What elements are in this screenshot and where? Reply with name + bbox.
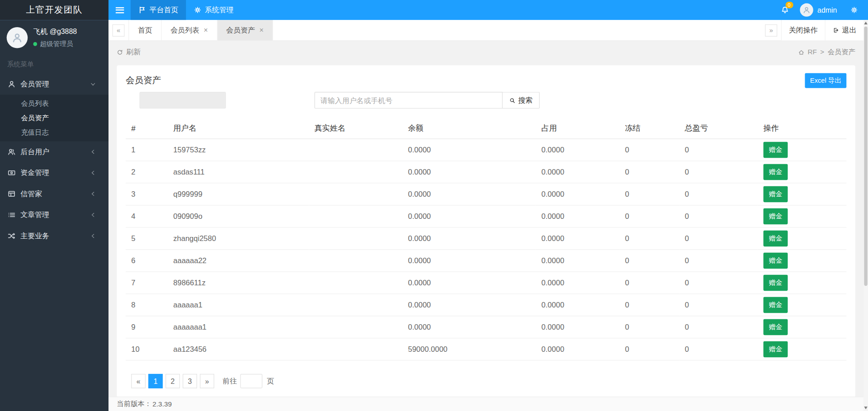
cell-frozen: 0 xyxy=(619,205,679,227)
tab-scroll-left-button[interactable]: « xyxy=(113,24,125,36)
tab-member-assets[interactable]: 会员资产 × xyxy=(217,20,273,40)
cell-index: 5 xyxy=(126,227,168,250)
grant-bonus-button[interactable]: 赠金 xyxy=(764,275,788,291)
breadcrumb-separator: > xyxy=(820,48,824,56)
table-header-row: # 用户名 真实姓名 余额 占用 冻结 总盈亏 操作 xyxy=(126,118,846,139)
grant-bonus-button[interactable]: 赠金 xyxy=(764,341,788,358)
menu-item-label: 主要业务 xyxy=(20,231,49,241)
table-row: 10 aa123456 59000.0000 0.0000 0 0 赠金 xyxy=(126,338,846,360)
submenu-item-member-list[interactable]: 会员列表 xyxy=(0,96,108,111)
grant-bonus-button[interactable]: 赠金 xyxy=(764,253,788,269)
scrollbar-up-arrow[interactable] xyxy=(864,22,867,24)
cell-username: 8986611z xyxy=(168,272,309,294)
grid-icon xyxy=(8,190,15,198)
tab-label: 首页 xyxy=(138,25,152,35)
table-row: 8 aaaaaa1 0.0000 0.0000 0 0 赠金 xyxy=(126,294,846,316)
close-icon[interactable]: × xyxy=(259,26,264,34)
logout-button[interactable]: 退出 xyxy=(825,20,864,40)
chevron-down-icon xyxy=(90,81,96,87)
pagination-goto-input[interactable] xyxy=(240,374,262,388)
main-area: « 首页 会员列表 × 会员资产 × » 关闭操作 退出 xyxy=(108,20,863,411)
cell-username: aaaaaaa1 xyxy=(168,316,309,338)
cell-action: 赠金 xyxy=(758,161,846,183)
cell-frozen: 0 xyxy=(619,183,679,205)
grant-bonus-button[interactable]: 赠金 xyxy=(764,319,788,335)
cell-profit: 0 xyxy=(679,294,758,316)
cell-index: 4 xyxy=(126,205,168,227)
cell-index: 9 xyxy=(126,316,168,338)
cell-balance: 0.0000 xyxy=(402,294,536,316)
scrollbar[interactable] xyxy=(863,20,868,411)
menu-item-xin-guanjia[interactable]: 信管家 xyxy=(0,184,108,205)
nav-item-platform-home[interactable]: 平台首页 xyxy=(131,0,186,20)
chevron-left-icon xyxy=(90,170,96,175)
member-management-submenu: 会员列表 会员资产 充值日志 xyxy=(0,94,108,141)
grant-bonus-button[interactable]: 赠金 xyxy=(764,231,788,247)
sidebar-toggle-button[interactable] xyxy=(108,0,131,20)
cell-action: 赠金 xyxy=(758,227,846,250)
cell-profit: 0 xyxy=(679,183,758,205)
excel-export-button[interactable]: Excel 导出 xyxy=(805,73,846,88)
search-button[interactable]: 搜索 xyxy=(503,92,540,109)
cell-action: 赠金 xyxy=(758,294,846,316)
menu-item-backend-users[interactable]: 后台用户 xyxy=(0,141,108,162)
submenu-item-recharge-log[interactable]: 充值日志 xyxy=(0,125,108,140)
refresh-button[interactable]: 刷新 xyxy=(117,47,141,57)
filter-input[interactable] xyxy=(140,92,226,109)
notifications-bell[interactable]: 0 xyxy=(774,0,796,20)
pagination-page-3[interactable]: 3 xyxy=(183,374,197,388)
grant-bonus-button[interactable]: 赠金 xyxy=(764,186,788,203)
logout-icon xyxy=(833,27,839,33)
close-icon[interactable]: × xyxy=(204,26,208,34)
cell-frozen: 0 xyxy=(619,227,679,250)
cell-username: asdas111 xyxy=(168,161,309,183)
grant-bonus-button[interactable]: 赠金 xyxy=(764,297,788,313)
pagination-prev-button[interactable]: « xyxy=(131,374,146,388)
pagination-page-2[interactable]: 2 xyxy=(165,374,180,388)
cell-frozen: 0 xyxy=(619,139,679,161)
cell-username: 159753zz xyxy=(168,139,309,161)
grant-bonus-button[interactable]: 赠金 xyxy=(764,142,788,158)
user-avatar[interactable] xyxy=(800,3,813,16)
menu-item-main-business[interactable]: 主要业务 xyxy=(0,226,108,247)
scrollbar-down-arrow[interactable] xyxy=(864,406,867,409)
cell-realname xyxy=(309,338,402,360)
tab-home[interactable]: 首页 xyxy=(128,20,161,40)
tab-member-list[interactable]: 会员列表 × xyxy=(162,20,217,40)
menu-item-member-management[interactable]: 会员管理 xyxy=(0,74,108,95)
cell-action: 赠金 xyxy=(758,338,846,360)
pagination-page-1[interactable]: 1 xyxy=(148,374,163,388)
settings-button[interactable] xyxy=(846,6,863,14)
page-title: 会员资产 xyxy=(126,75,161,86)
hamburger-icon xyxy=(115,7,123,13)
grant-bonus-button[interactable]: 赠金 xyxy=(764,164,788,180)
search-input[interactable] xyxy=(315,92,503,109)
pagination-next-button[interactable]: » xyxy=(200,374,214,388)
cell-action: 赠金 xyxy=(758,205,846,227)
menu-item-article-management[interactable]: 文章管理 xyxy=(0,204,108,226)
username-label[interactable]: admin xyxy=(817,6,837,14)
grant-bonus-button[interactable]: 赠金 xyxy=(764,208,788,225)
tab-bar-right: » 关闭操作 退出 xyxy=(761,20,864,40)
close-operations-button[interactable]: 关闭操作 xyxy=(781,20,825,40)
cell-username: aa123456 xyxy=(168,338,309,360)
cell-index: 2 xyxy=(126,161,168,183)
cell-index: 1 xyxy=(126,139,168,161)
submenu-item-member-assets[interactable]: 会员资产 xyxy=(0,111,108,125)
cell-action: 赠金 xyxy=(758,183,846,205)
person-icon xyxy=(12,32,23,43)
cell-frozen: 0 xyxy=(619,338,679,360)
scrollbar-thumb[interactable] xyxy=(864,27,867,286)
chevron-left-icon xyxy=(90,191,96,197)
users-icon xyxy=(8,148,15,156)
card-header: 会员资产 Excel 导出 xyxy=(126,74,846,86)
version-value: 2.3.39 xyxy=(152,400,172,408)
menu-item-funds-management[interactable]: 资金管理 xyxy=(0,162,108,184)
tab-scroll-right-button[interactable]: » xyxy=(765,24,777,36)
cell-realname xyxy=(309,139,402,161)
search-group: 搜索 xyxy=(315,92,540,109)
member-assets-card: 会员资产 Excel 导出 搜索 xyxy=(117,66,855,397)
column-header-username: 用户名 xyxy=(168,118,309,139)
nav-item-system-management[interactable]: 系统管理 xyxy=(186,0,241,20)
cell-balance: 0.0000 xyxy=(402,316,536,338)
